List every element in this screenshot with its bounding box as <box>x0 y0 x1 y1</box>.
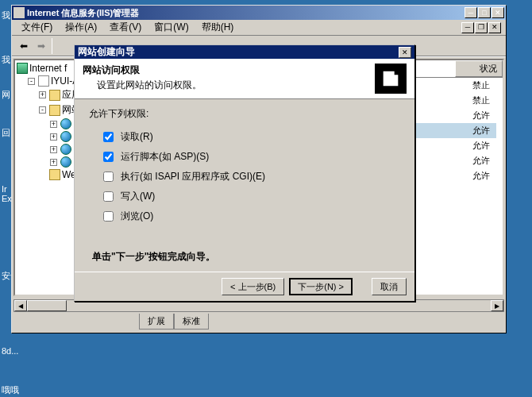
scroll-right-icon[interactable]: ▶ <box>491 300 503 311</box>
collapse-icon[interactable]: - <box>39 106 46 114</box>
browse-checkbox[interactable] <box>103 211 114 222</box>
desktop-icon[interactable]: Ir Ex <box>2 184 12 203</box>
wizard-titlebar[interactable]: 网站创建向导 ✕ <box>75 45 414 59</box>
folder-icon <box>49 90 60 101</box>
execute-label: 执行(如 ISAPI 应用程序或 CGI)(E) <box>121 170 265 183</box>
read-label: 读取(R) <box>121 130 153 144</box>
wizard-close-button[interactable]: ✕ <box>399 47 411 58</box>
cancel-button[interactable]: 取消 <box>372 278 407 295</box>
titlebar[interactable]: Internet 信息服务(IIS)管理器 ─ □ ✕ <box>12 6 506 20</box>
wizard-footer: < 上一步(B) 下一步(N) > 取消 <box>75 272 414 301</box>
forward-button: ➡ <box>33 38 50 54</box>
computer-icon <box>17 63 28 74</box>
menubar: 文件(F) 操作(A) 查看(V) 窗口(W) 帮助(H) ─ ❐ ✕ <box>12 20 506 36</box>
write-label: 写入(W) <box>121 190 155 203</box>
globe-icon <box>60 118 71 129</box>
collapse-icon[interactable]: - <box>28 78 35 85</box>
list-column-status[interactable]: 状况 <box>455 60 503 77</box>
back-button[interactable]: < 上一步(B) <box>222 278 284 295</box>
folder-icon <box>49 169 60 180</box>
script-label: 运行脚本(如 ASP)(S) <box>121 150 209 164</box>
browse-label: 浏览(O) <box>121 210 153 223</box>
globe-icon <box>60 156 71 168</box>
scroll-left-icon[interactable]: ◀ <box>14 300 27 311</box>
desktop-icon[interactable]: 我 <box>2 54 10 66</box>
menu-view[interactable]: 查看(V) <box>105 20 146 35</box>
expand-icon[interactable]: + <box>50 146 57 153</box>
script-checkbox[interactable] <box>103 152 114 162</box>
server-icon <box>38 75 49 87</box>
wizard-body: 允许下列权限: 读取(R) 运行脚本(如 ASP)(S) 执行(如 ISAPI … <box>75 99 414 272</box>
tab-extended[interactable]: 扩展 <box>139 314 174 330</box>
allow-permissions-label: 允许下列权限: <box>89 107 400 121</box>
app-icon <box>13 7 25 18</box>
minimize-button[interactable]: ─ <box>465 7 477 18</box>
maximize-button[interactable]: □ <box>478 7 491 18</box>
expand-icon[interactable]: + <box>50 159 57 166</box>
desktop-icon[interactable]: 我 <box>2 10 10 21</box>
menu-help[interactable]: 帮助(H) <box>197 20 239 35</box>
close-button[interactable]: ✕ <box>492 7 504 18</box>
expand-icon[interactable]: + <box>50 121 57 128</box>
mdi-close[interactable]: ✕ <box>488 22 501 33</box>
website-creation-wizard: 网站创建向导 ✕ 网站访问权限 设置此网站的访问权限。 允许下列权限: 读取(R… <box>74 44 415 302</box>
mdi-restore[interactable]: ❐ <box>475 22 488 33</box>
desktop-text: 8d... <box>2 346 18 356</box>
desktop-icon[interactable]: 网 <box>2 89 10 101</box>
wizard-header: 网站访问权限 设置此网站的访问权限。 <box>75 59 414 99</box>
globe-icon <box>60 144 71 155</box>
expand-icon[interactable]: + <box>39 91 46 98</box>
globe-icon <box>60 131 71 142</box>
wizard-message: 单击"下一步"按钮完成向导。 <box>89 250 400 264</box>
wizard-header-subtitle: 设置此网站的访问权限。 <box>83 79 375 92</box>
wizard-title: 网站创建向导 <box>78 45 399 59</box>
folder-icon <box>49 105 60 116</box>
window-title: Internet 信息服务(IIS)管理器 <box>27 7 465 19</box>
menu-window[interactable]: 窗口(W) <box>149 20 193 35</box>
scroll-thumb[interactable] <box>27 300 67 311</box>
read-checkbox[interactable] <box>103 132 114 142</box>
wizard-icon <box>375 64 407 94</box>
menu-action[interactable]: 操作(A) <box>60 20 102 35</box>
mdi-minimize[interactable]: ─ <box>461 22 474 33</box>
execute-checkbox[interactable] <box>103 172 114 182</box>
back-button[interactable]: ⬅ <box>15 38 33 54</box>
tab-standard[interactable]: 标准 <box>174 314 209 330</box>
desktop-icon[interactable]: 回 <box>2 127 10 139</box>
expand-icon[interactable]: + <box>50 133 57 141</box>
desktop-text: 哦哦 <box>2 384 19 396</box>
write-checkbox[interactable] <box>103 191 114 202</box>
next-button[interactable]: 下一步(N) > <box>289 278 353 295</box>
menu-file[interactable]: 文件(F) <box>17 20 57 35</box>
wizard-header-title: 网站访问权限 <box>83 64 375 77</box>
